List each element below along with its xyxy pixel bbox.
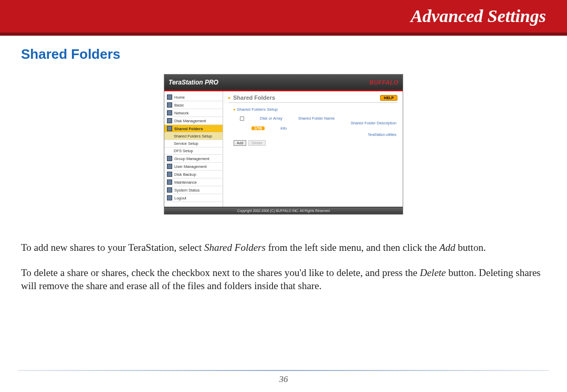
sidebar-item-dfs-setup[interactable]: DFS Setup [164, 147, 223, 155]
sidebar-item-maintenance[interactable]: Maintenance [164, 178, 223, 186]
paragraph-1: To add new shares to your TeraStation, s… [21, 241, 546, 255]
sidebar-item-system-status[interactable]: System Status [164, 186, 223, 194]
menu-icon [167, 94, 172, 100]
sidebar-item-disk-management[interactable]: Disk Management [164, 117, 223, 125]
sidebar-label: Home [174, 95, 185, 100]
menu-icon [167, 102, 172, 108]
sidebar-item-service-setup[interactable]: Service Setup [164, 140, 223, 147]
sidebar-label: Disk Management [174, 119, 206, 123]
product-logo-text: TeraStation PRO [169, 79, 218, 86]
col-disk: Disk or Array [260, 116, 282, 121]
paragraph-2: To delete a share or shares, check the c… [21, 266, 546, 293]
panel-title: Shared Folders [233, 94, 275, 101]
sidebar-label: Disk Backup [174, 172, 196, 177]
screenshot-main: ▸ Shared Folders HELP Shared Folders Set… [223, 91, 403, 207]
sidebar-item-group-management[interactable]: Group Management [164, 155, 223, 163]
sidebar-label: Network [174, 111, 189, 115]
col-name: Shared Folder Name [298, 116, 335, 121]
menu-icon [167, 118, 172, 123]
text: button. [455, 242, 486, 253]
menu-icon [167, 187, 172, 193]
banner-title: Advanced Settings [411, 6, 546, 26]
text-emph: Shared Folders [204, 242, 266, 253]
header-banner: Advanced Settings [0, 0, 567, 33]
body-text: To add new shares to your TeraStation, s… [21, 241, 546, 293]
menu-icon [167, 156, 172, 161]
section-title: Shared Folders [21, 46, 546, 62]
sidebar-item-shared-folders-setup[interactable]: Shared Folders Setup [164, 133, 223, 140]
menu-icon [167, 172, 172, 177]
menu-icon [167, 110, 172, 115]
sidebar-item-home[interactable]: Home [164, 93, 223, 101]
text: To add new shares to your TeraStation, s… [21, 242, 204, 253]
menu-icon [167, 179, 172, 185]
sidebar-item-disk-backup[interactable]: Disk Backup [164, 171, 223, 178]
text: To delete a share or shares, check the c… [21, 267, 420, 278]
menu-icon [167, 126, 172, 131]
embedded-screenshot: TeraStation PRO BUFFALO Home Basic Netwo… [164, 74, 403, 215]
sidebar-label: System Status [174, 188, 200, 193]
cell-name-value[interactable]: info [280, 126, 287, 131]
sidebar-label: Shared Folders [174, 126, 203, 131]
panel-subtitle: Shared Folders Setup [228, 106, 397, 115]
text: from the left side menu, and then click … [266, 242, 439, 253]
sidebar-label: Logout [174, 196, 186, 200]
sidebar-label: Basic [174, 103, 184, 108]
page-number: 36 [0, 374, 567, 385]
sidebar-label: Group Management [174, 156, 209, 161]
sidebar-item-logout[interactable]: Logout [164, 194, 223, 202]
text-emph: Add [439, 242, 456, 253]
cell-disk-value: 1/TB [251, 126, 265, 130]
arrow-icon: ▸ [228, 95, 231, 100]
screenshot-footer: Copyright 2002-2006 (C) BUFFALO INC. All… [164, 207, 403, 214]
page-footer: 36 [0, 370, 567, 385]
sidebar-item-basic[interactable]: Basic [164, 101, 223, 109]
cell-description-value: TeraStation utilities [351, 125, 396, 136]
sidebar-item-shared-folders[interactable]: Shared Folders [164, 125, 223, 133]
col-description: Shared Folder Description [351, 121, 396, 125]
sidebar-item-user-management[interactable]: User Management [164, 163, 223, 171]
menu-icon [167, 164, 172, 169]
sidebar-label: User Management [174, 164, 207, 169]
screenshot-sidebar: Home Basic Network Disk Management Share… [164, 91, 223, 207]
brand-logo-text: BUFFALO [370, 79, 398, 86]
menu-icon [167, 195, 172, 200]
text-emph: Delete [420, 267, 446, 278]
delete-button[interactable]: Delete [248, 140, 265, 146]
select-all-checkbox[interactable] [240, 116, 244, 121]
sidebar-label: DFS Setup [174, 149, 193, 153]
footer-rule [18, 370, 549, 371]
add-button[interactable]: Add [234, 140, 246, 146]
screenshot-header: TeraStation PRO BUFFALO [164, 75, 403, 91]
sidebar-item-network[interactable]: Network [164, 109, 223, 117]
help-button[interactable]: HELP [380, 95, 397, 101]
sidebar-label: Maintenance [174, 180, 197, 185]
sidebar-label: Service Setup [174, 141, 198, 146]
sidebar-label: Shared Folders Setup [174, 134, 212, 139]
